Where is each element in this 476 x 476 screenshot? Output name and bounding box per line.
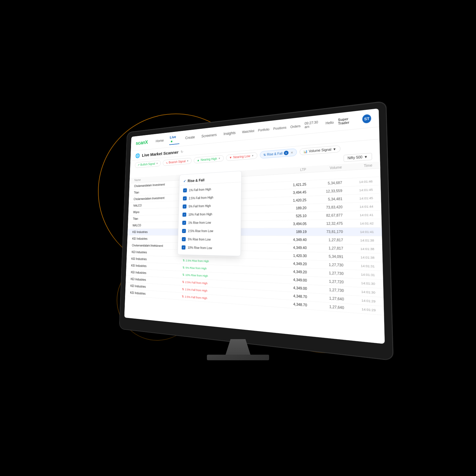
time-value: 14:01:42 — [343, 222, 374, 225]
breakout-text: 2.5% Fall from High — [185, 295, 207, 300]
volume-value: 1,27,730 — [307, 270, 343, 276]
nearing-high-icon: ▲ — [197, 158, 200, 162]
time-value: 14:01:29 — [344, 297, 376, 303]
dropdown-item[interactable]: ✓ 10% Rise from Low — [178, 243, 240, 253]
bullish-filter[interactable]: ↗ Bullish Signal ▼ — [135, 160, 161, 168]
rise-fall-close[interactable]: ✕ — [291, 151, 293, 154]
time-value: 14:01:31 — [343, 264, 375, 268]
checkbox[interactable]: ✓ — [183, 188, 187, 192]
volume-value: 5,34,481 — [306, 197, 343, 202]
breakout-icon: ⇅ — [182, 295, 184, 298]
portfolio-link[interactable]: Portfolio — [258, 128, 269, 132]
breakout-icon: ⇅ — [183, 266, 185, 269]
ltp-value: 4,349.40 — [273, 238, 306, 242]
rise-fall-dropdown: ✓ Rise & Fall ✓ 1% Fall from High ✓ 2.5%… — [177, 171, 241, 256]
nearing-high-filter[interactable]: ▲ Nearing High ▼ — [194, 155, 224, 163]
checkbox[interactable]: ✓ — [182, 237, 186, 241]
time-value: 14:01:38 — [343, 247, 374, 251]
ltp-value: 4,348.70 — [273, 293, 307, 299]
time-value: 14:01:46 — [342, 180, 372, 184]
refresh-icon[interactable]: ↻ — [180, 150, 183, 154]
nearing-low-arrow: ▼ — [251, 154, 254, 157]
nifty-selector[interactable]: Nifty 500 ▼ — [343, 153, 372, 162]
stock-name: KEI Industries — [132, 250, 183, 255]
stock-name: Titan — [133, 217, 184, 221]
stock-name: Wipro — [133, 209, 184, 214]
breakout-icon: ⇅ — [183, 259, 185, 262]
volume-signal-label: Volume Signal — [309, 147, 331, 153]
volume-value: 1,27,720 — [307, 278, 343, 284]
checkbox[interactable]: ✓ — [183, 204, 186, 208]
bearish-label: Bearish Signal — [169, 160, 185, 164]
volume-icon: 📊 — [303, 149, 307, 153]
dropdown-item[interactable]: ✓ 1% Rise from Low — [179, 218, 241, 227]
stock-name: Titan — [134, 189, 184, 194]
time-value: 14:01:45 — [342, 196, 373, 201]
dropdown-item-label: 10% Fall from High — [189, 212, 212, 216]
volume-signal-filter[interactable]: 📊 Volume Signal ▼ — [300, 145, 340, 155]
stock-name: Cholamandalam Investment — [132, 244, 183, 248]
nav-create[interactable]: Create — [185, 134, 196, 141]
checkbox[interactable]: ✓ — [182, 245, 186, 250]
stock-table[interactable]: Name Breakout for LTP Volume Time Cholam… — [124, 161, 385, 344]
ltp-value — [273, 177, 306, 179]
ltp-value: 525.10 — [273, 214, 306, 218]
volume-value: 1,27,730 — [307, 262, 343, 267]
breakout-icon: ⇅ — [182, 287, 184, 291]
volume-value: 82,67,877 — [306, 213, 343, 218]
ltp-value: 4,349.00 — [273, 285, 307, 291]
breakout-text: 2.5% Fall from High — [185, 288, 208, 292]
bearish-arrow: ▼ — [187, 160, 189, 162]
nav-home[interactable]: Home — [155, 137, 164, 144]
stock-name: KEI Industries — [132, 231, 183, 234]
main-content: 🌐 Live Market Scanner ↻ ↗ Bullish Signal… — [124, 127, 385, 344]
stock-name: Cholamandalam Investment — [133, 196, 184, 201]
screen: scanX Home Live Create Screeners Insight… — [124, 108, 385, 344]
bullish-label: Bullish Signal — [140, 162, 155, 166]
nav-live[interactable]: Live — [169, 133, 180, 145]
nav-insights[interactable]: Insights — [223, 129, 236, 137]
table-row[interactable]: KEI Industries ⇅ 2.5% Fall from High 189… — [128, 228, 382, 236]
nav-screeners[interactable]: Screeners — [201, 132, 217, 140]
col-ltp-header: LTP — [273, 168, 306, 173]
rise-fall-label: Rise & Fall — [267, 152, 282, 156]
col-time-header: Time — [342, 163, 372, 169]
stand-base — [207, 355, 269, 360]
ltp-value: 4,349.00 — [273, 277, 307, 282]
nifty-arrow: ▼ — [364, 155, 368, 159]
checkbox[interactable]: ✓ — [182, 229, 186, 233]
stock-name: Cholamandalam Investment — [134, 182, 185, 188]
monitor-wrapper: scanX Home Live Create Screeners Insight… — [105, 116, 371, 360]
table-rows-container: Cholamandalam Investment ⇅ 2.5% Fall fro… — [125, 169, 384, 315]
volume-arrow: ▼ — [333, 147, 336, 151]
nearing-high-arrow: ▼ — [218, 157, 220, 160]
checkbox[interactable]: ✓ — [183, 196, 187, 200]
breakout-text: 10% Rise from High — [185, 273, 208, 277]
dropdown-item[interactable]: ✓ 2.5% Rise from Low — [178, 226, 241, 235]
dropdown-item[interactable]: ✓ 10% Fall from High — [179, 209, 241, 219]
nearing-low-filter[interactable]: ▼ Nearing Low ▼ — [226, 152, 257, 161]
rise-fall-filter[interactable]: ⇅ Rise & Fall 8 ✕ — [260, 148, 297, 159]
positions-link[interactable]: Positions — [273, 126, 286, 130]
breakout-text: 2.5% Rise from High — [186, 259, 209, 263]
breakout-text: 5% Rise from High — [185, 266, 207, 270]
logo: scanX — [136, 139, 148, 146]
breakout-icon: ⇅ — [182, 280, 184, 283]
watchlist-link[interactable]: Watchlist — [242, 129, 254, 134]
bullish-icon: ↗ — [138, 163, 139, 166]
checkbox[interactable]: ✓ — [182, 212, 186, 217]
checkbox[interactable]: ✓ — [182, 221, 186, 225]
dropdown-item[interactable]: ✓ 5% Rise from Low — [178, 235, 240, 244]
dropdown-item-label: 2.5% Fall from High — [189, 196, 213, 200]
market-time: 09:27:30 am — [305, 120, 321, 129]
table-area: Name Breakout for LTP Volume Time Cholam… — [124, 161, 385, 344]
ltp-value: 189.19 — [273, 230, 307, 234]
volume-value: 73,81,170 — [306, 230, 343, 234]
dropdown-title-label: Rise & Fall — [188, 178, 204, 183]
bearish-filter[interactable]: ↘ Bearish Signal ▼ — [163, 157, 192, 166]
scene: scanX Home Live Create Screeners Insight… — [67, 98, 409, 378]
dropdown-item-label: 10% Rise from Low — [188, 246, 212, 250]
dropdown-item-label: 1% Fall from High — [189, 188, 211, 192]
orders-link[interactable]: Orders — [290, 124, 301, 129]
volume-value: 12,33,559 — [306, 189, 343, 194]
